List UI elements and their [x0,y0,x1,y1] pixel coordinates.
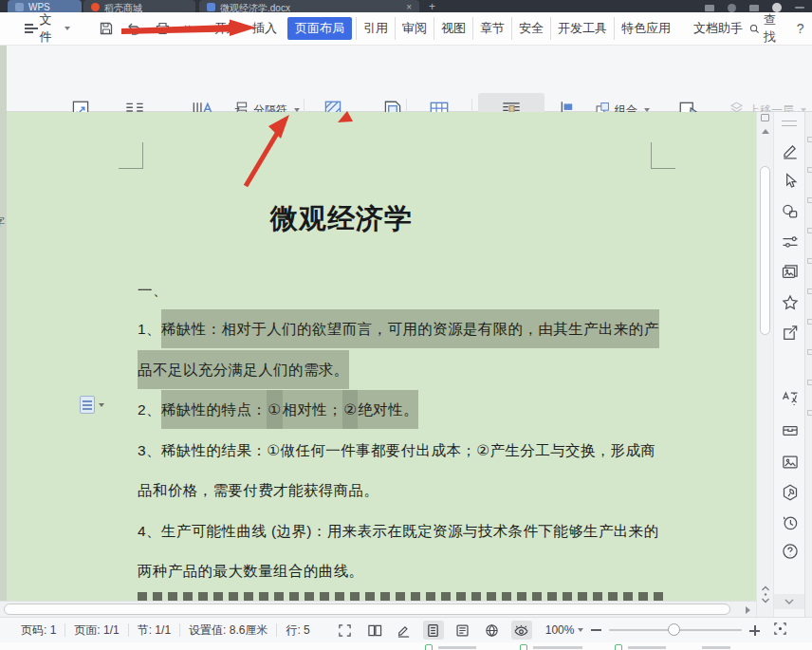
zoom-caret-icon[interactable] [578,628,583,632]
ruler-toggle-icon[interactable] [761,114,769,121]
status-section: 节: 1/1 [138,622,171,639]
tab-dev-tools[interactable]: 开发工具 [550,17,614,40]
horizontal-scrollbar[interactable] [0,601,756,617]
vertical-scroll-thumb[interactable] [760,166,770,335]
history-clock-icon[interactable] [780,512,800,532]
sidebar-collapse-button[interactable] [774,594,804,609]
chevron-down-icon [99,403,104,407]
vertical-scrollbar[interactable] [756,112,773,617]
adjust-sliders-icon[interactable] [780,232,800,251]
fit-screen-button[interactable] [335,621,356,640]
status-page-count: 页面: 1/1 [74,622,119,639]
star-favorites-icon[interactable] [780,292,800,312]
scroll-up-arrow[interactable] [762,129,769,134]
cursor-select-icon[interactable] [780,171,800,191]
file-menu-button[interactable]: 文件 [0,12,80,45]
tab-references[interactable]: 引用 [356,17,395,40]
shapes-icon[interactable] [780,201,800,221]
maximize-icon[interactable] [749,5,759,11]
share-export-icon[interactable] [780,323,800,343]
help-button[interactable]: ? [797,21,804,36]
tab-document[interactable]: 微观经济学.docx × [199,0,419,12]
view-mode-buttons [335,621,532,640]
doc-line: 3、稀缺性的结果：①做任何一件事都要付出成本；②产生分工与交换，形成商 [138,441,655,460]
quick-access-toolbar [99,21,194,36]
doc-line: 品和价格，需要付费才能获得商品。 [138,481,378,500]
status-line-number: 行: 5 [286,622,309,639]
doc-line: 两种产品的最大数量组合的曲线。 [138,562,364,581]
find-label: 查找 [764,11,782,46]
clipped-text-line [138,592,665,601]
zoom-out-button[interactable] [591,629,601,631]
toolbox-icon[interactable] [780,419,800,439]
zoom-in-button[interactable] [749,625,760,636]
undo-button[interactable] [126,21,142,36]
statusbar: 页码: 1 页面: 1/1 节: 1/1 设置值: 8.6厘米 行: 5 100… [0,617,812,642]
find-button[interactable]: 查找 [749,11,782,46]
page-up-down-buttons[interactable] [761,585,770,607]
tab-review[interactable]: 审阅 [395,17,434,40]
document-page[interactable]: 微观经济学 一、 1、稀缺性：相对于人们的欲望而言，可用的资源是有限的，由其生产… [7,112,756,601]
titlebar: WPS 稻壳商城 微观经济学.docx × + [0,0,812,12]
zoom-controls: 100% [545,622,788,639]
hamburger-icon [25,24,33,33]
doc-file-icon [207,3,215,11]
tab-section[interactable]: 章节 [472,17,511,40]
selection-highlight: 稀缺性：相对于人们的欲望而言，可用的资源是有限的，由其生产出来的产 [161,309,659,348]
clipped-text: 字 [0,214,5,231]
edit-pencil-icon[interactable] [780,140,800,160]
tab-home[interactable]: 开始 [208,17,246,40]
promo-icon[interactable] [705,5,714,11]
background-window-strip [0,642,812,650]
tab-insert[interactable]: 插入 [246,17,284,40]
tab-docer-label: 稻壳商城 [104,2,142,12]
image-gallery-icon[interactable] [780,262,800,282]
menubar-right: 查找 ? [749,11,812,46]
tab-view[interactable]: 视图 [434,17,472,40]
scroll-right-arrow[interactable] [746,606,750,614]
docer-icon [91,3,100,11]
zoom-slider-knob[interactable] [668,623,680,636]
floating-doc-button[interactable] [80,396,104,414]
ribbon-page-layout: 向 纸张大小 分栏 文字方向 分隔符 行号 [0,46,812,112]
tab-security[interactable]: 安全 [511,17,550,40]
tab-doc-assistant[interactable]: 文档助手 [687,17,749,40]
web-view-button[interactable] [482,621,503,640]
settings-icon[interactable] [728,4,736,12]
ink-pencil-button[interactable] [394,621,415,640]
zoom-slider[interactable] [609,629,742,631]
close-tab-icon[interactable]: × [406,2,412,12]
minimize-icon[interactable] [795,7,804,9]
margin-mark-top-right [651,142,675,169]
navigation-doc-icon [80,396,95,414]
outline-view-button[interactable] [452,621,473,640]
more-tools-icon[interactable] [183,23,194,34]
eye-protect-button[interactable] [511,621,532,640]
selection-highlight: 稀缺性的特点： [161,390,267,429]
clipped-right-toolbar [804,112,812,617]
new-tab-button[interactable]: + [429,1,435,12]
wps-logo-icon [15,3,24,11]
tab-page-layout[interactable]: 页面布局 [287,17,352,40]
help-question-icon[interactable] [780,541,800,561]
doc-line: 4、生产可能性曲线 (边界)：用来表示在既定资源与技术条件下能够生产出来的 [138,522,659,541]
focus-mode-button[interactable] [773,622,787,639]
eco-skin-icon[interactable] [780,482,800,502]
ribbon-tabs: 开始 插入 页面布局 引用 审阅 视图 章节 安全 开发工具 特色应用 文档助手 [208,12,749,45]
drag-handle[interactable] [782,121,797,126]
horizontal-scroll-thumb[interactable] [4,604,730,615]
image-icon[interactable] [780,452,800,472]
translate-icon[interactable] [780,387,800,407]
tab-docer-mall[interactable]: 稻壳商城 [83,0,195,12]
page-view-button[interactable] [423,621,444,640]
right-toolbar [773,112,804,617]
save-button[interactable] [99,21,114,36]
field-shading: ② [342,390,358,429]
tab-special-apps[interactable]: 特色应用 [614,17,677,40]
status-page-number: 页码: 1 [21,622,56,639]
two-page-view-button[interactable] [364,621,385,640]
chevron-down-icon [65,27,70,30]
print-button[interactable] [155,21,171,36]
zoom-level[interactable]: 100% [545,623,575,637]
file-menu-label: 文件 [39,11,56,46]
